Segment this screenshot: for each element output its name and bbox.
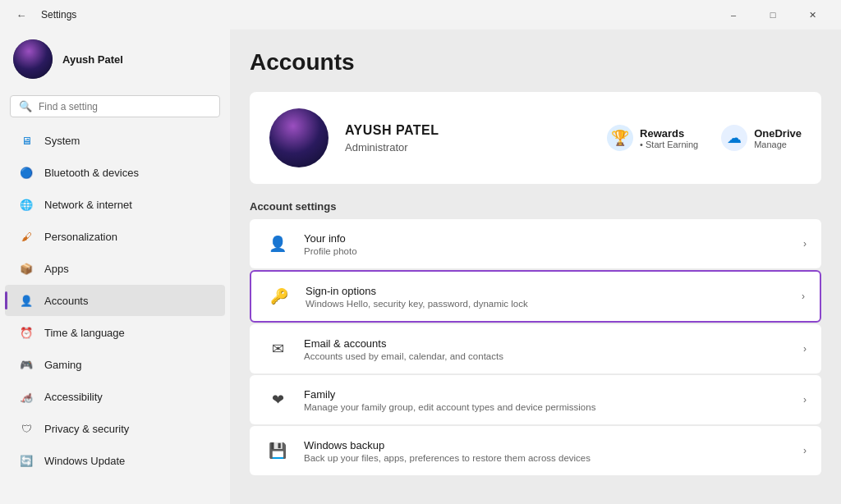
family-label: Family [304, 388, 790, 401]
settings-list: 👤 Your info Profile photo › 🔑 Sign-in op… [250, 219, 821, 475]
network-icon: 🌐 [18, 196, 34, 213]
sidebar-item-gaming[interactable]: 🎮 Gaming [5, 349, 225, 380]
sidebar-profile: Ayush Patel [0, 30, 230, 92]
email-icon: ✉ [264, 336, 291, 362]
email-label: Email & accounts [304, 337, 790, 350]
time-icon: ⏰ [18, 324, 34, 341]
apps-icon: 📦 [18, 260, 34, 277]
sidebar-item-network[interactable]: 🌐 Network & internet [5, 189, 225, 220]
search-input[interactable] [39, 101, 211, 112]
backup-icon: 💾 [264, 438, 291, 464]
rewards-label: Rewards [640, 127, 698, 140]
rewards-icon: 🏆 [607, 125, 633, 151]
sign-in-chevron: › [802, 291, 805, 302]
nav-list: 🖥 System 🔵 Bluetooth & devices 🌐 Network… [0, 124, 230, 477]
sidebar-item-accessibility[interactable]: 🦽 Accessibility [5, 381, 225, 412]
backup-text: Windows backup Back up your files, apps,… [304, 439, 790, 463]
sidebar-item-accounts[interactable]: 👤 Accounts [5, 285, 225, 316]
profile-actions: 🏆 Rewards Start Earning ☁ OneDrive Manag… [607, 125, 802, 151]
family-icon: ❤ [264, 387, 291, 413]
settings-item-sign-in[interactable]: 🔑 Sign-in options Windows Hello, securit… [250, 270, 821, 323]
back-icon: ← [16, 9, 27, 21]
accounts-icon: 👤 [18, 292, 34, 309]
onedrive-sublabel: Manage [754, 140, 802, 149]
page-title: Accounts [250, 49, 821, 76]
update-icon: 🔄 [18, 452, 34, 469]
sign-in-text: Sign-in options Windows Hello, security … [306, 285, 788, 309]
family-text: Family Manage your family group, edit ac… [304, 388, 790, 412]
settings-item-backup[interactable]: 💾 Windows backup Back up your files, app… [250, 426, 821, 475]
family-chevron: › [803, 394, 807, 405]
sidebar-item-personalization[interactable]: 🖌 Personalization [5, 221, 225, 252]
sign-in-desc: Windows Hello, security key, password, d… [306, 299, 788, 309]
rewards-text: Rewards Start Earning [640, 127, 698, 149]
back-button[interactable]: ← [10, 3, 33, 26]
sidebar-item-label: Accounts [44, 295, 88, 307]
sidebar-item-bluetooth[interactable]: 🔵 Bluetooth & devices [5, 157, 225, 188]
email-desc: Accounts used by email, calendar, and co… [304, 351, 790, 361]
sidebar-item-label: Privacy & security [44, 423, 129, 435]
profile-info: AYUSH PATEL Administrator [345, 123, 591, 153]
sidebar: Ayush Patel 🔍 🖥 System 🔵 Bluetooth & dev… [0, 30, 230, 504]
settings-item-family[interactable]: ❤ Family Manage your family group, edit … [250, 375, 821, 424]
onedrive-text: OneDrive Manage [754, 127, 802, 149]
gaming-icon: 🎮 [18, 356, 34, 373]
email-text: Email & accounts Accounts used by email,… [304, 337, 790, 361]
rewards-action[interactable]: 🏆 Rewards Start Earning [607, 125, 698, 151]
backup-chevron: › [803, 445, 807, 456]
sidebar-item-label: Accessibility [44, 391, 103, 403]
minimize-button[interactable]: – [715, 2, 752, 28]
sign-in-label: Sign-in options [306, 285, 788, 297]
sidebar-item-time[interactable]: ⏰ Time & language [5, 317, 225, 348]
backup-desc: Back up your files, apps, preferences to… [304, 453, 790, 463]
onedrive-icon: ☁ [721, 125, 747, 151]
search-box[interactable]: 🔍 [10, 95, 220, 117]
rewards-sublabel: Start Earning [640, 140, 698, 149]
your-info-text: Your info Profile photo [304, 232, 790, 256]
your-info-icon: 👤 [264, 231, 291, 257]
onedrive-label: OneDrive [754, 127, 802, 140]
sidebar-item-privacy[interactable]: 🛡 Privacy & security [5, 413, 225, 444]
your-info-label: Your info [304, 232, 790, 245]
sidebar-item-label: Windows Update [44, 455, 125, 467]
sidebar-item-label: System [44, 135, 80, 147]
privacy-icon: 🛡 [18, 420, 34, 437]
backup-label: Windows backup [304, 439, 790, 451]
app-title: Settings [41, 9, 76, 21]
family-desc: Manage your family group, edit account t… [304, 402, 790, 412]
close-button[interactable]: ✕ [793, 2, 831, 28]
avatar-image [13, 39, 53, 79]
search-icon: 🔍 [19, 100, 32, 112]
main-layout: Ayush Patel 🔍 🖥 System 🔵 Bluetooth & dev… [0, 30, 841, 504]
section-title: Account settings [250, 200, 821, 213]
email-chevron: › [803, 343, 807, 355]
sidebar-item-label: Network & internet [44, 199, 132, 211]
sidebar-item-label: Personalization [44, 231, 117, 243]
sidebar-username: Ayush Patel [62, 53, 123, 66]
title-bar: ← Settings – □ ✕ [0, 0, 841, 30]
onedrive-action[interactable]: ☁ OneDrive Manage [721, 125, 802, 151]
system-icon: 🖥 [18, 132, 34, 149]
profile-role: Administrator [345, 141, 591, 153]
title-bar-left: ← Settings [10, 3, 76, 26]
sidebar-item-label: Time & language [44, 327, 125, 339]
maximize-button[interactable]: □ [754, 2, 792, 28]
settings-item-email[interactable]: ✉ Email & accounts Accounts used by emai… [250, 324, 821, 373]
sidebar-item-label: Gaming [44, 359, 82, 371]
accessibility-icon: 🦽 [18, 388, 34, 405]
sidebar-item-update[interactable]: 🔄 Windows Update [5, 445, 225, 476]
sign-in-icon: 🔑 [266, 283, 292, 309]
your-info-chevron: › [803, 238, 807, 250]
sidebar-item-apps[interactable]: 📦 Apps [5, 253, 225, 284]
bluetooth-icon: 🔵 [18, 164, 34, 181]
sidebar-item-label: Bluetooth & devices [44, 167, 139, 179]
settings-item-your-info[interactable]: 👤 Your info Profile photo › [250, 219, 821, 268]
your-info-desc: Profile photo [304, 246, 790, 256]
window-controls: – □ ✕ [715, 2, 831, 28]
profile-card: AYUSH PATEL Administrator 🏆 Rewards Star… [250, 92, 821, 184]
profile-avatar [269, 108, 329, 167]
content-area: Accounts AYUSH PATEL Administrator 🏆 Rew… [230, 30, 841, 504]
avatar [13, 39, 53, 79]
sidebar-item-system[interactable]: 🖥 System [5, 125, 225, 156]
personalization-icon: 🖌 [18, 228, 34, 245]
